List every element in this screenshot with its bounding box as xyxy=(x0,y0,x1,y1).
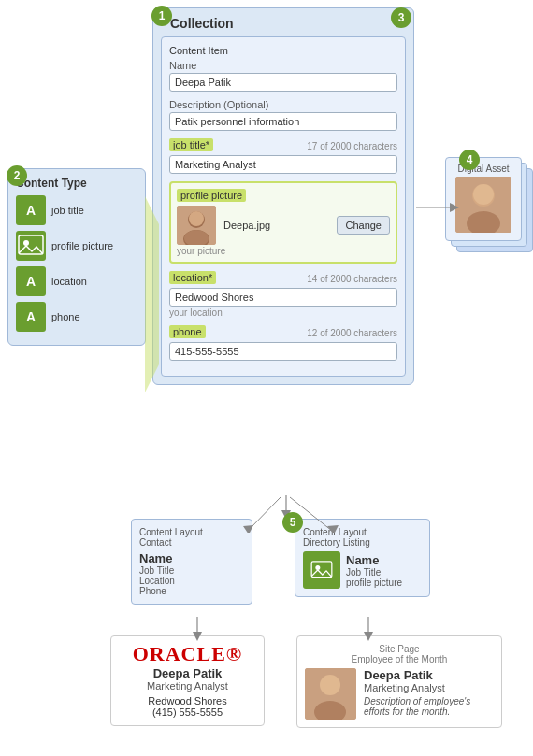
oracle-name: Deepa Patik xyxy=(119,666,256,680)
cl-directory-name: Name xyxy=(346,553,402,567)
ct-label-profile-picture: profile picture xyxy=(51,240,113,251)
site-page-text: Deepa Patik Marketing Analyst Descriptio… xyxy=(364,668,494,717)
cl-directory-header: Content Layout Directory Listing xyxy=(303,527,422,548)
cl-contact-name: Name xyxy=(139,551,244,565)
ct-item-location: A location xyxy=(16,266,137,296)
phone-field-group: phone 12 of 2000 characters xyxy=(169,325,397,361)
location-label: location* xyxy=(169,271,216,284)
your-picture-hint: your picture xyxy=(177,246,390,256)
svg-line-16 xyxy=(248,497,281,531)
svg-point-27 xyxy=(320,675,340,695)
ct-label-location: location xyxy=(51,276,87,287)
badge-1: 1 xyxy=(151,6,172,26)
oracle-location: Redwood Shores xyxy=(119,695,256,706)
svg-point-3 xyxy=(189,211,204,226)
ct-icon-image-profile xyxy=(16,231,46,261)
location-char-count: 14 of 2000 characters xyxy=(307,274,397,284)
site-page-box: Site Page Employee of the Month Deepa Pa… xyxy=(296,635,502,728)
svg-point-11 xyxy=(473,184,494,205)
location-input[interactable] xyxy=(169,288,397,307)
change-button[interactable]: Change xyxy=(337,216,390,235)
site-page-content: Deepa Patik Marketing Analyst Descriptio… xyxy=(305,668,494,720)
oracle-phone: (415) 555-5555 xyxy=(119,706,256,718)
desc-label: Description (Optional) xyxy=(169,99,397,110)
badge-2: 2 xyxy=(7,165,27,186)
badge-4: 4 xyxy=(459,150,480,170)
profile-picture-field: profile picture Deepa.jpg Change xyxy=(169,181,397,264)
content-item-box: Content Item Name Description (Optional)… xyxy=(161,36,406,377)
collection-title: Collection xyxy=(161,16,406,31)
sp-name: Deepa Patik xyxy=(364,668,494,682)
phone-char-count: 12 of 2000 characters xyxy=(307,328,397,338)
da-card-front: Digital Asset xyxy=(445,157,522,241)
ct-label-job-title: job title xyxy=(51,205,84,216)
phone-input[interactable] xyxy=(169,342,397,361)
cl-contact-location: Location xyxy=(139,576,244,586)
site-page-header: Site Page Employee of the Month xyxy=(305,644,494,664)
ct-item-phone: A phone xyxy=(16,302,137,332)
ct-icon-text-job-title: A xyxy=(16,195,46,225)
name-label: Name xyxy=(169,60,397,71)
location-hint: your location xyxy=(169,307,397,318)
cl-directory-row: Name Job Title profile picture xyxy=(303,551,422,589)
content-type-box: Content Type A job title profile picture… xyxy=(7,168,146,346)
cl-directory-image-icon xyxy=(303,551,340,589)
profile-picture-filename: Deepa.jpg xyxy=(223,220,329,231)
sp-title: Marketing Analyst xyxy=(364,682,494,693)
cl-directory-job-title: Job Title xyxy=(346,567,402,578)
job-title-char-count: 17 of 2000 characters xyxy=(307,141,397,151)
cl-directory-profile-pic: profile picture xyxy=(346,578,402,588)
ct-label-phone: phone xyxy=(51,311,80,322)
oracle-logo: ORACLE® xyxy=(119,644,256,664)
cl-directory-text: Name Job Title profile picture xyxy=(346,553,402,588)
sp-description: Description of employee's efforts for th… xyxy=(364,696,494,717)
cl-contact-header: Content Layout Contact xyxy=(139,527,244,548)
name-field-group: Name xyxy=(169,60,397,92)
phone-label: phone xyxy=(169,325,206,338)
badge-5: 5 xyxy=(282,512,303,533)
badge-3: 3 xyxy=(391,7,411,28)
profile-picture-label: profile picture xyxy=(177,189,246,202)
content-layout-directory: Content Layout Directory Listing Name Jo… xyxy=(295,519,430,597)
profile-picture-thumb xyxy=(177,206,216,245)
oracle-result-box: ORACLE® Deepa Patik Marketing Analyst Re… xyxy=(110,635,265,726)
desc-input[interactable] xyxy=(169,112,397,131)
job-title-label: job title* xyxy=(169,138,213,151)
digital-asset-stack: Digital Asset xyxy=(445,157,529,250)
ct-item-profile-picture: profile picture xyxy=(16,231,137,261)
ct-item-job-title: A job title xyxy=(16,195,137,225)
desc-field-group: Description (Optional) xyxy=(169,99,397,131)
content-item-label: Content Item xyxy=(169,45,397,56)
profile-picture-row: Deepa.jpg Change xyxy=(177,206,390,245)
name-input[interactable] xyxy=(169,73,397,92)
location-field-group: location* 14 of 2000 characters your loc… xyxy=(169,271,397,318)
oracle-title: Marketing Analyst xyxy=(119,680,256,692)
content-type-title: Content Type xyxy=(16,177,137,190)
cl-contact-phone: Phone xyxy=(139,586,244,596)
job-title-field-group: job title* 17 of 2000 characters xyxy=(169,138,397,174)
content-layout-contact: Content Layout Contact Name Job Title Lo… xyxy=(131,519,252,605)
ct-icon-text-phone: A xyxy=(16,302,46,332)
digital-asset-photo xyxy=(455,177,511,233)
site-page-photo xyxy=(305,668,356,720)
cl-contact-job-title: Job Title xyxy=(139,565,244,576)
collection-box: Collection Content Item Name Description… xyxy=(152,7,414,385)
job-title-input[interactable] xyxy=(169,155,397,174)
diagram-container: 1 Collection Content Item Name Descripti… xyxy=(0,0,533,756)
ct-icon-text-location: A xyxy=(16,266,46,296)
